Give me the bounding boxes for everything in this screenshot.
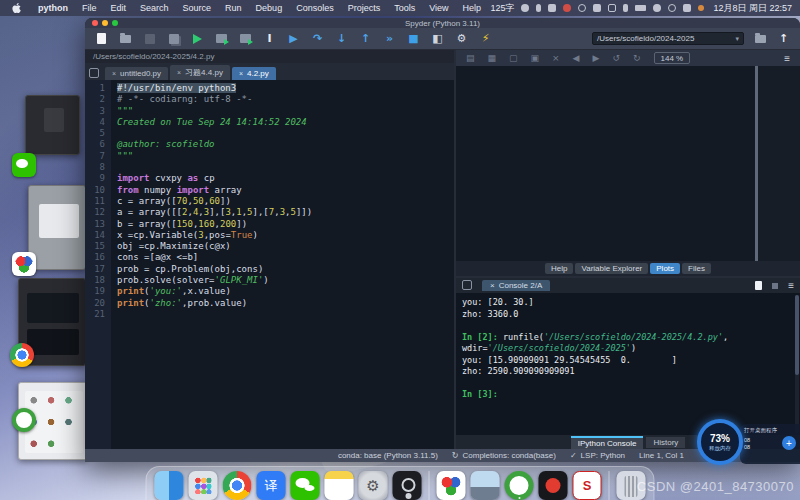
- menu-item-edit[interactable]: Edit: [104, 3, 134, 13]
- editor-tab-4.2.py[interactable]: ×4.2.py: [232, 67, 276, 80]
- tab-variable-explorer[interactable]: Variable Explorer: [575, 263, 648, 274]
- record-dot-icon[interactable]: [563, 4, 571, 12]
- tab-history[interactable]: History: [646, 437, 685, 448]
- add-button[interactable]: +: [782, 436, 796, 450]
- remove-plot-icon[interactable]: ▣: [531, 54, 540, 63]
- run-cell-icon[interactable]: [215, 32, 228, 45]
- menu-item-consoles[interactable]: Consoles: [289, 3, 341, 13]
- wechat-icon[interactable]: [12, 153, 36, 177]
- menu-item-debug[interactable]: Debug: [249, 3, 290, 13]
- tab-files[interactable]: Files: [682, 263, 711, 274]
- dock-icon-preview[interactable]: [471, 471, 500, 500]
- dock-icon-green-ring-app[interactable]: [505, 471, 534, 500]
- display-icon[interactable]: [683, 4, 691, 12]
- interrupt-kernel-icon[interactable]: [772, 283, 778, 289]
- step-into-icon[interactable]: ↓: [335, 32, 348, 45]
- step-over-icon[interactable]: ↷: [311, 32, 324, 45]
- browse-tabs-icon[interactable]: [89, 68, 99, 78]
- dock-icon-wechat[interactable]: [291, 471, 320, 500]
- console-scrollbar[interactable]: [795, 295, 799, 433]
- cloud-icon[interactable]: [593, 4, 601, 12]
- editor-tab-untitled0.py[interactable]: ×untitled0.py: [105, 67, 168, 80]
- tab-plots[interactable]: Plots: [650, 263, 680, 274]
- dock-icon-cad-app[interactable]: [437, 471, 466, 500]
- menu-item-projects[interactable]: Projects: [341, 3, 388, 13]
- green-ring-app-icon[interactable]: [12, 408, 36, 432]
- plots-thumbnail-list[interactable]: [758, 66, 800, 261]
- close-icon[interactable]: ×: [490, 281, 495, 290]
- mic-icon[interactable]: [536, 4, 541, 12]
- screen-mirror-icon[interactable]: [521, 4, 529, 12]
- remove-all-plots-icon[interactable]: ×: [552, 54, 560, 63]
- search-icon[interactable]: [668, 4, 676, 12]
- tab-ipython-console[interactable]: IPython Console: [571, 436, 644, 449]
- minimized-window-wechat[interactable]: [25, 95, 80, 155]
- dock-icon-keychain[interactable]: [393, 471, 422, 500]
- parent-directory-button[interactable]: ↑: [777, 32, 790, 45]
- dock-icon-chrome[interactable]: [223, 471, 252, 500]
- floating-panel[interactable]: 打开桌面程序 08 08 +: [740, 424, 800, 464]
- step-out-icon[interactable]: ↑: [359, 32, 372, 45]
- previous-plot-icon[interactable]: ◀: [573, 54, 580, 63]
- debug-file-icon[interactable]: ▶: [287, 32, 300, 45]
- tab-help[interactable]: Help: [545, 263, 573, 274]
- save-all-icon[interactable]: [167, 32, 180, 45]
- battery-icon[interactable]: [635, 5, 646, 11]
- close-icon[interactable]: ×: [112, 70, 116, 77]
- menu-item-file[interactable]: File: [75, 3, 104, 13]
- stop-debug-icon[interactable]: ■: [407, 32, 420, 45]
- menu-item-help[interactable]: Help: [456, 3, 489, 13]
- menu-item-search[interactable]: Search: [133, 3, 176, 13]
- window-titlebar[interactable]: Spyder (Python 3.11): [85, 18, 800, 28]
- new-console-icon[interactable]: [755, 281, 762, 290]
- keyboard-icon[interactable]: [548, 4, 556, 12]
- ipython-console[interactable]: you: [20. 30.]zho: 3360.0 In [2]: runfil…: [456, 293, 800, 435]
- maximize-pane-icon[interactable]: ◧: [431, 32, 444, 45]
- completions-status[interactable]: Completions: conda(base): [463, 451, 556, 460]
- menu-item-source[interactable]: Source: [176, 3, 219, 13]
- dock-icon-translate[interactable]: 译: [257, 471, 286, 500]
- working-directory-combobox[interactable]: /Users/scofieldo/2024-2025 ▾: [592, 32, 744, 45]
- run-cell-advance-icon[interactable]: [239, 32, 252, 45]
- copy-plot-icon[interactable]: ▢: [509, 54, 518, 63]
- editor-tab-习题4.4.py[interactable]: ×习题4.4.py: [170, 65, 230, 80]
- dock-icon-wps[interactable]: S: [573, 471, 602, 500]
- save-all-plots-icon[interactable]: ▦: [488, 54, 497, 63]
- new-file-icon[interactable]: [95, 32, 108, 45]
- next-plot-icon[interactable]: ▶: [593, 54, 600, 63]
- close-icon[interactable]: ×: [177, 69, 181, 76]
- split-window-icon[interactable]: [608, 4, 616, 12]
- dock-icon-finder[interactable]: [155, 471, 184, 500]
- plots-zoom-level[interactable]: 144 %: [654, 52, 691, 64]
- menu-item-python[interactable]: python: [31, 3, 75, 13]
- run-selection-icon[interactable]: I: [263, 32, 276, 45]
- save-plot-icon[interactable]: ▤: [466, 54, 475, 63]
- preferences-icon[interactable]: ⚙: [455, 32, 468, 45]
- hamburger-menu-icon[interactable]: ≡: [784, 53, 790, 64]
- save-icon[interactable]: [143, 32, 156, 45]
- wifi-icon[interactable]: [653, 4, 661, 12]
- code-editor[interactable]: 1#!/usr/bin/env python32# -*- codiarng: …: [85, 80, 454, 449]
- run-file-icon[interactable]: [191, 32, 204, 45]
- cad-app-icon[interactable]: [12, 252, 36, 276]
- menu-item-tools[interactable]: Tools: [387, 3, 422, 13]
- chrome-icon[interactable]: [10, 343, 34, 367]
- minimized-window-dialog[interactable]: [28, 185, 86, 270]
- zoom-in-icon[interactable]: ↺: [612, 54, 620, 63]
- lsp-status[interactable]: LSP: Python: [581, 451, 625, 460]
- browse-directory-button[interactable]: [754, 32, 767, 45]
- conda-env-status[interactable]: conda: base (Python 3.11.5): [338, 451, 438, 460]
- dock-icon-launchpad[interactable]: [189, 471, 218, 500]
- dock-icon-settings[interactable]: ⚙: [359, 471, 388, 500]
- menubar-clock[interactable]: 12月8日 周日 22:57: [713, 2, 792, 15]
- continue-icon[interactable]: »: [383, 32, 396, 45]
- menu-item-run[interactable]: Run: [218, 3, 249, 13]
- shapes-icon[interactable]: [578, 4, 586, 12]
- dock-icon-red-apple-app[interactable]: [539, 471, 568, 500]
- options-menu-icon[interactable]: ≡: [788, 281, 794, 291]
- bluetooth-icon[interactable]: [623, 4, 628, 12]
- menu-item-view[interactable]: View: [422, 3, 455, 13]
- browse-tabs-icon[interactable]: [462, 280, 472, 290]
- console-tab[interactable]: × Console 2/A: [482, 280, 550, 291]
- dock-icon-notes[interactable]: [325, 471, 354, 500]
